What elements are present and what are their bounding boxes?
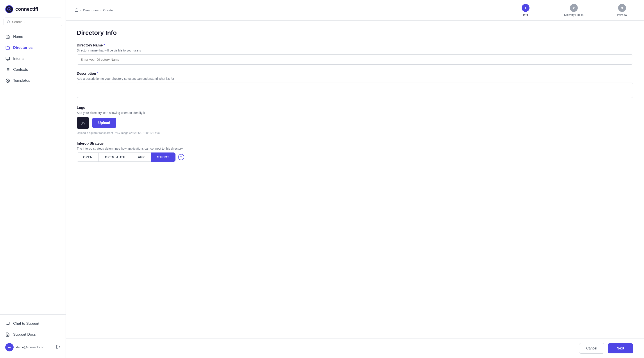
svg-rect-4 (6, 57, 10, 60)
sidebar-item-support-docs[interactable]: Support Docs (0, 329, 66, 340)
step-2: 2 Delivery Hooks (561, 4, 587, 16)
breadcrumb-create: Create (103, 8, 113, 12)
step-3-label: Preview (617, 13, 627, 16)
directory-name-hint: Directory name that will be visible to y… (77, 49, 633, 52)
step-2-label: Delivery Hooks (564, 13, 583, 16)
help-icon[interactable]: ? (178, 154, 184, 160)
support-docs-label: Support Docs (13, 332, 36, 337)
strategy-open[interactable]: OPEN (77, 153, 99, 162)
cancel-button[interactable]: Cancel (579, 343, 604, 354)
page-title: Directory Info (77, 29, 633, 36)
sidebar-item-home-label: Home (13, 35, 23, 39)
breadcrumb: / Directories / Create (74, 8, 113, 12)
logo-section: Logo Add your directory icon allowing us… (77, 106, 633, 135)
sidebar-nav: Home Directories Intents (0, 29, 66, 314)
directory-name-input[interactable] (77, 54, 633, 65)
topbar: / Directories / Create 1 Info 2 Delivery… (66, 0, 644, 20)
description-required: * (97, 72, 98, 76)
user-email: demo@connectifi.co (16, 346, 53, 349)
sidebar-item-directories-label: Directories (13, 46, 33, 50)
interop-strategy-hint: The interop strategy determines how appl… (77, 147, 633, 150)
app-logo-icon (5, 5, 13, 13)
logo-area: connectifi (0, 0, 66, 17)
sidebar-item-intents[interactable]: Intents (0, 53, 66, 64)
logo-hint: Add your directory icon allowing users t… (77, 111, 633, 115)
description-hint: Add a description to your directory so u… (77, 77, 633, 80)
step-3-circle: 3 (618, 4, 626, 12)
main-area: / Directories / Create 1 Info 2 Delivery… (66, 0, 644, 358)
strategy-row: OPEN OPEN+AUTH APP STRICT ? (77, 153, 633, 162)
sidebar-item-templates-label: Templates (13, 78, 30, 83)
sidebar-item-contexts[interactable]: Contexts (0, 64, 66, 75)
interop-strategy-label: Interop Strategy (77, 142, 633, 146)
app-name: connectifi (15, 6, 38, 12)
sidebar-item-home[interactable]: Home (0, 31, 66, 42)
breadcrumb-sep-2: / (100, 8, 101, 12)
directory-name-section: Directory Name * Directory name that wil… (77, 43, 633, 65)
sidebar-bottom: Chat to Support Support Docs ni demo@con… (0, 314, 66, 358)
chat-icon (5, 321, 10, 326)
search-area (0, 17, 66, 29)
description-input[interactable] (77, 83, 633, 98)
logout-icon[interactable] (56, 345, 60, 350)
svg-point-3 (7, 20, 10, 23)
breadcrumb-directories[interactable]: Directories (83, 8, 99, 12)
step-1: 1 Info (512, 4, 539, 16)
sidebar-item-templates[interactable]: Templates (0, 75, 66, 86)
svg-point-2 (8, 8, 10, 10)
directories-icon (5, 45, 10, 50)
step-1-label: Info (523, 13, 528, 16)
contexts-icon (5, 67, 10, 72)
svg-point-20 (82, 122, 82, 123)
sidebar-item-contexts-label: Contexts (13, 67, 28, 72)
logo-upload-row: Upload (77, 117, 633, 129)
sidebar-item-chat-support[interactable]: Chat to Support (0, 318, 66, 329)
search-wrapper[interactable] (4, 17, 62, 26)
templates-icon (5, 78, 10, 83)
directory-name-required: * (104, 43, 105, 47)
description-section: Description * Add a description to your … (77, 72, 633, 99)
stepper: 1 Info 2 Delivery Hooks 3 Preview (512, 4, 635, 16)
directory-name-label: Directory Name * (77, 43, 633, 47)
logo-label: Logo (77, 106, 633, 110)
search-input[interactable] (12, 20, 59, 24)
step-3: 3 Preview (609, 4, 635, 16)
sidebar-item-intents-label: Intents (13, 56, 24, 61)
step-2-circle: 2 (570, 4, 578, 12)
avatar: ni (5, 343, 14, 352)
description-label: Description * (77, 72, 633, 76)
step-connector-1 (539, 8, 561, 8)
footer: Cancel Next (66, 339, 644, 358)
user-row: ni demo@connectifi.co (0, 340, 66, 355)
sidebar: connectifi Home Directo (0, 0, 66, 358)
content-area: Directory Info Directory Name * Director… (66, 20, 644, 339)
interop-strategy-section: Interop Strategy The interop strategy de… (77, 142, 633, 162)
chat-support-label: Chat to Support (13, 321, 39, 326)
strategy-app[interactable]: APP (132, 153, 151, 162)
step-connector-2 (587, 8, 609, 8)
upload-button[interactable]: Upload (92, 118, 116, 128)
step-1-circle: 1 (522, 4, 530, 12)
breadcrumb-home-icon[interactable] (74, 8, 78, 12)
breadcrumb-sep-1: / (80, 8, 81, 12)
strategy-options: OPEN OPEN+AUTH APP STRICT (77, 153, 176, 162)
strategy-strict[interactable]: STRICT (151, 153, 176, 162)
logo-preview (77, 117, 89, 129)
search-icon (7, 20, 10, 24)
home-icon (5, 34, 10, 39)
strategy-open-auth[interactable]: OPEN+AUTH (98, 153, 132, 162)
next-button[interactable]: Next (608, 343, 633, 354)
upload-hint: Upload a square transparent PNG image (2… (77, 131, 633, 135)
sidebar-item-directories[interactable]: Directories (0, 42, 66, 53)
docs-icon (5, 332, 10, 337)
intents-icon (5, 56, 10, 61)
